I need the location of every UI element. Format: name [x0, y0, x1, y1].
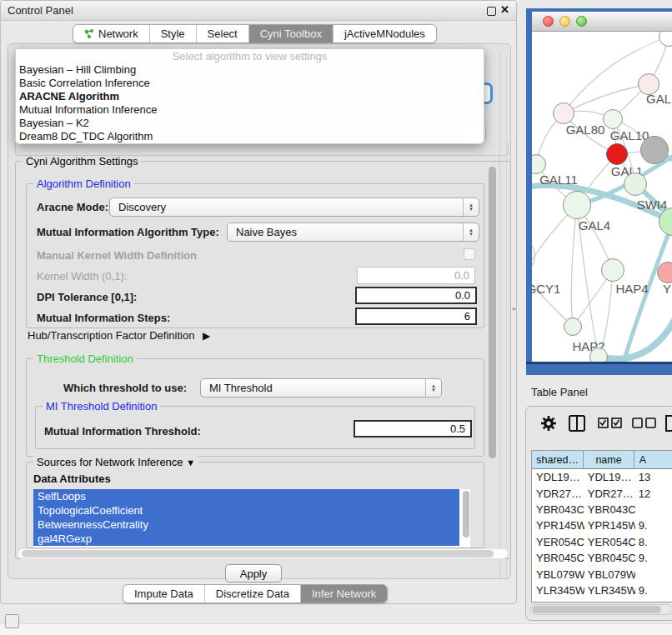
network-node[interactable]	[589, 348, 608, 362]
manual-kernel-width-checkbox[interactable]	[464, 248, 475, 260]
list-scrollbar[interactable]	[463, 491, 469, 538]
network-canvas[interactable]: GALGAL80GAL10GAL1GAL11SWI4GAL4GCY1HAP4YH…	[532, 32, 672, 362]
close-traffic-light[interactable]	[543, 16, 554, 27]
node-label: GAL11	[539, 172, 578, 187]
control-panel-window: Control Panel ✕ Network Style Select Cyn…	[0, 0, 517, 604]
split-columns-icon[interactable]	[568, 414, 586, 432]
combobox-value: Naive Bayes	[236, 226, 297, 238]
split-pane-handle[interactable]: ▸	[513, 305, 516, 312]
table-row[interactable]: YDL19…YDL19…13	[532, 469, 672, 485]
tab-label: Select	[208, 28, 238, 40]
toolbox-tabbar: Network Style Select Cyni Toolbox jActiv…	[73, 24, 437, 43]
apply-button[interactable]: Apply	[225, 564, 282, 582]
network-node-gal1[interactable]	[606, 143, 628, 165]
tab-jactivemnodules[interactable]: jActiveMNodules	[333, 25, 436, 42]
collapsed-panel-icon[interactable]	[5, 614, 19, 628]
mi-steps-field[interactable]: 6	[355, 308, 477, 325]
mi-threshold-field[interactable]: 0.5	[354, 420, 472, 438]
mi-algorithm-type-combobox[interactable]: Naive Bayes ▲▼	[227, 222, 479, 242]
algorithm-option[interactable]: Bayesian – Hill Climbing	[16, 63, 484, 77]
settings-vertical-scrollbar[interactable]	[489, 167, 496, 458]
table-cell: 8.	[635, 536, 672, 548]
chevron-down-icon[interactable]: ▼	[186, 458, 195, 468]
table-horizontal-scrollbar[interactable]	[529, 604, 672, 615]
spinner-icon: ▲▼	[463, 198, 479, 216]
group-legend: Threshold Definition	[33, 352, 137, 365]
tab-select[interactable]: Select	[197, 25, 249, 42]
attribute-table[interactable]: shared…nameA YDL19…YDL19…13YDR27…YDR27…1…	[531, 450, 672, 602]
table-cell: YBR043C	[532, 503, 584, 516]
algorithm-option[interactable]: Dream8 DC_TDC Algorithm	[16, 130, 484, 143]
zoom-traffic-light[interactable]	[576, 16, 587, 27]
column-header[interactable]: A	[634, 451, 672, 468]
tab-label: Network	[98, 28, 138, 40]
float-window-icon[interactable]	[487, 7, 496, 16]
minimize-traffic-light[interactable]	[559, 16, 570, 27]
tab-infer-network[interactable]: Infer Network	[301, 585, 387, 602]
table-header-row: shared…nameA	[532, 451, 672, 469]
select-all-checkboxes-icon[interactable]	[598, 418, 623, 429]
algorithm-option[interactable]: Bayesian – K2	[16, 117, 484, 130]
dpi-tolerance-field[interactable]: 0.0	[355, 287, 477, 304]
group-legend: Algorithm Definition	[33, 178, 134, 190]
group-legend: Sources for Network Inference ▼	[33, 456, 198, 468]
table-row[interactable]: YLR345WYLR345W9.	[532, 582, 672, 598]
gear-icon[interactable]	[539, 414, 558, 432]
network-node-hap2[interactable]	[564, 318, 582, 336]
network-node-gal80[interactable]	[553, 102, 574, 124]
attribute-item-selected[interactable]: SelfLoops	[33, 489, 459, 503]
table-cell: 12	[635, 488, 672, 500]
mi-steps-label: Mutual Information Steps:	[37, 312, 170, 324]
close-icon[interactable]: ✕	[500, 3, 509, 16]
tab-cyni-toolbox[interactable]: Cyni Toolbox	[249, 25, 333, 42]
node-label: HAP4	[615, 282, 648, 296]
node-label: GCY1	[532, 282, 560, 296]
settings-horizontal-scrollbar[interactable]	[18, 548, 509, 559]
tab-discretize-data[interactable]: Discretize Data	[205, 585, 301, 602]
tab-network[interactable]: Network	[73, 25, 150, 42]
tab-label: Infer Network	[312, 588, 376, 600]
table-row[interactable]: YPR145WYPR145W9.	[532, 518, 672, 533]
dropdown-prompt: Select algorithm to view settings	[16, 50, 484, 63]
network-node-hap4[interactable]	[601, 258, 624, 282]
network-window-titlebar[interactable]	[532, 12, 672, 32]
which-threshold-label: Which threshold to use:	[63, 382, 187, 394]
tab-impute-data[interactable]: Impute Data	[123, 585, 205, 602]
table-row[interactable]: YBL079WYBL079W	[532, 566, 672, 582]
group-legend-text: Sources for Network Inference	[37, 456, 183, 468]
kernel-width-field[interactable]: 0.0	[357, 267, 475, 284]
algorithm-option[interactable]: Mutual Information Inference	[16, 103, 484, 117]
network-node-gal10[interactable]	[603, 109, 623, 129]
which-threshold-combobox[interactable]: MI Threshold ▲▼	[200, 378, 442, 398]
table-row[interactable]: YIL052CYIL052C9	[532, 598, 672, 602]
aracne-mode-combobox[interactable]: Discovery ▲▼	[109, 198, 479, 217]
table-row[interactable]: YBR045CYBR045C9.	[532, 550, 672, 566]
table-row[interactable]: YBR043CYBR043C	[532, 502, 672, 518]
network-node[interactable]	[640, 136, 669, 164]
control-panel-titlebar: Control Panel ✕	[1, 1, 516, 21]
table-cell: 9.	[635, 519, 672, 532]
column-header[interactable]: name	[584, 451, 634, 468]
network-node-gal4[interactable]	[563, 191, 591, 219]
spinner-icon: ▲▼	[463, 223, 479, 241]
network-icon	[84, 29, 94, 39]
table-row[interactable]: YER054CYER054C8.	[532, 534, 672, 550]
group-legend: MI Threshold Definition	[43, 400, 160, 412]
table-panel-title: Table Panel	[531, 386, 588, 398]
attribute-item-selected[interactable]: gal4RGexp	[33, 532, 459, 546]
table-row[interactable]: YDR27…YDR27…12	[532, 485, 672, 501]
algorithm-option[interactable]: Basic Correlation Inference	[16, 77, 484, 90]
data-attributes-list[interactable]: SelfLoopsTopologicalCoefficientBetweenne…	[33, 489, 470, 548]
deselect-all-checkboxes-icon[interactable]	[632, 418, 657, 429]
column-header[interactable]: shared…	[532, 451, 584, 468]
network-node-swi4[interactable]	[624, 172, 647, 196]
table-cell: YLR345W	[532, 584, 584, 597]
document-icon[interactable]	[664, 414, 672, 432]
algorithm-option[interactable]: ARACNE Algorithm	[16, 90, 484, 103]
table-cell: 9	[635, 600, 672, 602]
attribute-item-selected[interactable]: BetweennessCentrality	[33, 518, 459, 532]
hub-transcription-factor-expander[interactable]: Hub/Transcription Factor Definition ▶	[28, 329, 210, 342]
tab-style[interactable]: Style	[150, 25, 197, 42]
threshold-definition-group: Threshold Definition Which threshold to …	[26, 358, 484, 457]
attribute-item-selected[interactable]: TopologicalCoefficient	[33, 503, 459, 518]
